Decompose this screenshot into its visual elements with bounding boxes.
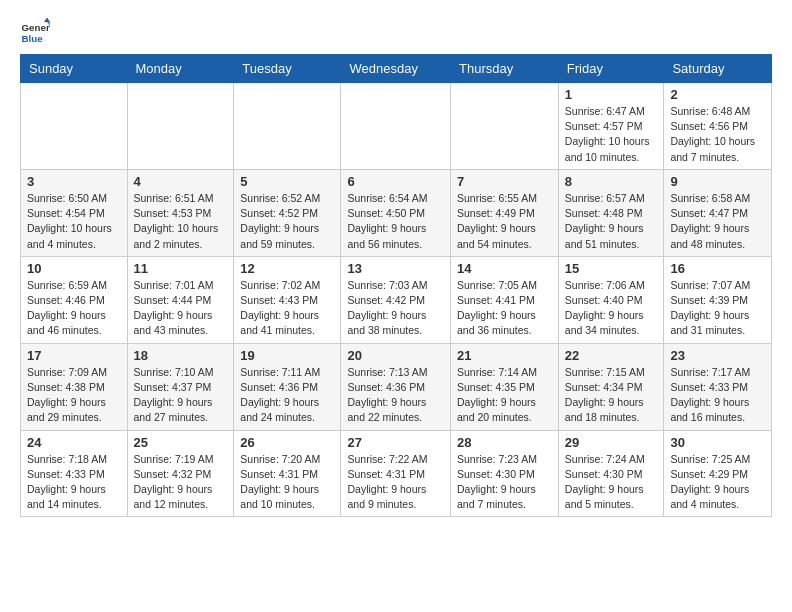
calendar-cell: 12Sunrise: 7:02 AM Sunset: 4:43 PM Dayli… [234, 256, 341, 343]
day-number: 5 [240, 174, 334, 189]
logo: General Blue [20, 16, 50, 46]
day-info: Sunrise: 6:50 AM Sunset: 4:54 PM Dayligh… [27, 191, 121, 252]
day-number: 29 [565, 435, 658, 450]
weekday-header: Wednesday [341, 55, 451, 83]
calendar-cell: 27Sunrise: 7:22 AM Sunset: 4:31 PM Dayli… [341, 430, 451, 517]
day-info: Sunrise: 6:52 AM Sunset: 4:52 PM Dayligh… [240, 191, 334, 252]
calendar-cell: 16Sunrise: 7:07 AM Sunset: 4:39 PM Dayli… [664, 256, 772, 343]
calendar-cell: 19Sunrise: 7:11 AM Sunset: 4:36 PM Dayli… [234, 343, 341, 430]
day-number: 22 [565, 348, 658, 363]
day-number: 27 [347, 435, 444, 450]
day-info: Sunrise: 7:15 AM Sunset: 4:34 PM Dayligh… [565, 365, 658, 426]
day-info: Sunrise: 7:05 AM Sunset: 4:41 PM Dayligh… [457, 278, 552, 339]
day-info: Sunrise: 6:48 AM Sunset: 4:56 PM Dayligh… [670, 104, 765, 165]
weekday-header: Saturday [664, 55, 772, 83]
day-info: Sunrise: 6:54 AM Sunset: 4:50 PM Dayligh… [347, 191, 444, 252]
calendar-cell: 14Sunrise: 7:05 AM Sunset: 4:41 PM Dayli… [451, 256, 559, 343]
calendar-cell: 7Sunrise: 6:55 AM Sunset: 4:49 PM Daylig… [451, 169, 559, 256]
day-number: 17 [27, 348, 121, 363]
calendar-cell: 25Sunrise: 7:19 AM Sunset: 4:32 PM Dayli… [127, 430, 234, 517]
calendar-cell: 5Sunrise: 6:52 AM Sunset: 4:52 PM Daylig… [234, 169, 341, 256]
day-info: Sunrise: 6:59 AM Sunset: 4:46 PM Dayligh… [27, 278, 121, 339]
day-info: Sunrise: 7:13 AM Sunset: 4:36 PM Dayligh… [347, 365, 444, 426]
day-number: 15 [565, 261, 658, 276]
day-number: 3 [27, 174, 121, 189]
calendar-body: 1Sunrise: 6:47 AM Sunset: 4:57 PM Daylig… [21, 83, 772, 517]
day-number: 14 [457, 261, 552, 276]
day-number: 11 [134, 261, 228, 276]
day-info: Sunrise: 7:18 AM Sunset: 4:33 PM Dayligh… [27, 452, 121, 513]
calendar-cell: 21Sunrise: 7:14 AM Sunset: 4:35 PM Dayli… [451, 343, 559, 430]
weekday-header: Tuesday [234, 55, 341, 83]
svg-marker-2 [44, 18, 50, 23]
calendar-cell: 26Sunrise: 7:20 AM Sunset: 4:31 PM Dayli… [234, 430, 341, 517]
weekday-header: Sunday [21, 55, 128, 83]
calendar-cell [234, 83, 341, 170]
calendar-cell: 11Sunrise: 7:01 AM Sunset: 4:44 PM Dayli… [127, 256, 234, 343]
calendar-cell: 17Sunrise: 7:09 AM Sunset: 4:38 PM Dayli… [21, 343, 128, 430]
page-container: General Blue SundayMondayTuesdayWednesda… [0, 0, 792, 533]
calendar-cell: 22Sunrise: 7:15 AM Sunset: 4:34 PM Dayli… [558, 343, 664, 430]
day-number: 28 [457, 435, 552, 450]
calendar-cell [127, 83, 234, 170]
calendar-cell: 13Sunrise: 7:03 AM Sunset: 4:42 PM Dayli… [341, 256, 451, 343]
calendar-week-row: 17Sunrise: 7:09 AM Sunset: 4:38 PM Dayli… [21, 343, 772, 430]
logo-icon: General Blue [20, 16, 50, 46]
calendar-cell: 3Sunrise: 6:50 AM Sunset: 4:54 PM Daylig… [21, 169, 128, 256]
day-info: Sunrise: 7:22 AM Sunset: 4:31 PM Dayligh… [347, 452, 444, 513]
calendar-cell: 30Sunrise: 7:25 AM Sunset: 4:29 PM Dayli… [664, 430, 772, 517]
day-number: 12 [240, 261, 334, 276]
day-number: 16 [670, 261, 765, 276]
calendar-cell: 8Sunrise: 6:57 AM Sunset: 4:48 PM Daylig… [558, 169, 664, 256]
day-number: 2 [670, 87, 765, 102]
calendar-week-row: 24Sunrise: 7:18 AM Sunset: 4:33 PM Dayli… [21, 430, 772, 517]
day-info: Sunrise: 7:17 AM Sunset: 4:33 PM Dayligh… [670, 365, 765, 426]
day-info: Sunrise: 7:09 AM Sunset: 4:38 PM Dayligh… [27, 365, 121, 426]
day-number: 8 [565, 174, 658, 189]
day-number: 7 [457, 174, 552, 189]
day-info: Sunrise: 7:02 AM Sunset: 4:43 PM Dayligh… [240, 278, 334, 339]
day-number: 6 [347, 174, 444, 189]
day-number: 21 [457, 348, 552, 363]
calendar-cell [451, 83, 559, 170]
day-number: 13 [347, 261, 444, 276]
day-number: 4 [134, 174, 228, 189]
day-info: Sunrise: 6:58 AM Sunset: 4:47 PM Dayligh… [670, 191, 765, 252]
calendar-cell: 15Sunrise: 7:06 AM Sunset: 4:40 PM Dayli… [558, 256, 664, 343]
day-info: Sunrise: 6:55 AM Sunset: 4:49 PM Dayligh… [457, 191, 552, 252]
calendar-cell: 20Sunrise: 7:13 AM Sunset: 4:36 PM Dayli… [341, 343, 451, 430]
day-info: Sunrise: 7:06 AM Sunset: 4:40 PM Dayligh… [565, 278, 658, 339]
calendar-cell: 4Sunrise: 6:51 AM Sunset: 4:53 PM Daylig… [127, 169, 234, 256]
calendar-cell: 9Sunrise: 6:58 AM Sunset: 4:47 PM Daylig… [664, 169, 772, 256]
day-info: Sunrise: 7:19 AM Sunset: 4:32 PM Dayligh… [134, 452, 228, 513]
calendar-week-row: 3Sunrise: 6:50 AM Sunset: 4:54 PM Daylig… [21, 169, 772, 256]
calendar-cell: 28Sunrise: 7:23 AM Sunset: 4:30 PM Dayli… [451, 430, 559, 517]
day-info: Sunrise: 7:14 AM Sunset: 4:35 PM Dayligh… [457, 365, 552, 426]
weekday-header: Friday [558, 55, 664, 83]
header: General Blue [20, 16, 772, 46]
day-number: 1 [565, 87, 658, 102]
day-info: Sunrise: 7:07 AM Sunset: 4:39 PM Dayligh… [670, 278, 765, 339]
calendar-cell: 1Sunrise: 6:47 AM Sunset: 4:57 PM Daylig… [558, 83, 664, 170]
svg-text:General: General [22, 22, 51, 33]
day-info: Sunrise: 7:10 AM Sunset: 4:37 PM Dayligh… [134, 365, 228, 426]
calendar-cell: 18Sunrise: 7:10 AM Sunset: 4:37 PM Dayli… [127, 343, 234, 430]
day-info: Sunrise: 7:23 AM Sunset: 4:30 PM Dayligh… [457, 452, 552, 513]
calendar-cell [341, 83, 451, 170]
day-info: Sunrise: 7:24 AM Sunset: 4:30 PM Dayligh… [565, 452, 658, 513]
svg-text:Blue: Blue [22, 33, 44, 44]
day-info: Sunrise: 7:01 AM Sunset: 4:44 PM Dayligh… [134, 278, 228, 339]
day-number: 26 [240, 435, 334, 450]
calendar-table: SundayMondayTuesdayWednesdayThursdayFrid… [20, 54, 772, 517]
weekday-header: Monday [127, 55, 234, 83]
calendar-cell: 10Sunrise: 6:59 AM Sunset: 4:46 PM Dayli… [21, 256, 128, 343]
day-number: 25 [134, 435, 228, 450]
day-number: 19 [240, 348, 334, 363]
day-number: 10 [27, 261, 121, 276]
day-info: Sunrise: 6:51 AM Sunset: 4:53 PM Dayligh… [134, 191, 228, 252]
weekday-header: Thursday [451, 55, 559, 83]
calendar-cell: 24Sunrise: 7:18 AM Sunset: 4:33 PM Dayli… [21, 430, 128, 517]
calendar-cell: 23Sunrise: 7:17 AM Sunset: 4:33 PM Dayli… [664, 343, 772, 430]
day-number: 20 [347, 348, 444, 363]
calendar-header-row: SundayMondayTuesdayWednesdayThursdayFrid… [21, 55, 772, 83]
